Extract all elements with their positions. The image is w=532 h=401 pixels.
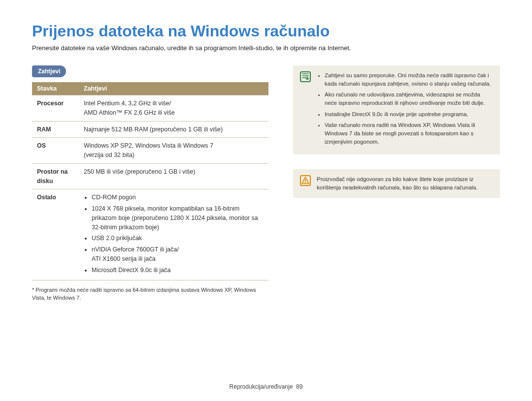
row-value-ram: Najmanje 512 MB RAM (preporučeno 1 GB il…: [79, 121, 268, 138]
intro-text: Prenesite datoteke na vaše Windows račun…: [32, 44, 500, 52]
text: ATI X1600 serija ili jača: [92, 255, 156, 262]
right-column: Zahtjevi su samo preporuke. Oni možda ne…: [293, 65, 500, 302]
text: Intel Pentium 4, 3,2 GHz ili više/: [84, 100, 171, 107]
note-icon: [300, 71, 311, 82]
col-header-item: Stavka: [32, 82, 79, 95]
note-item: Vaše računalo mora raditi na Windows XP,…: [325, 121, 493, 146]
table-row: Procesor Intel Pentium 4, 3,2 GHz ili vi…: [32, 95, 268, 122]
col-header-req: Zahtjevi: [79, 82, 268, 95]
table-row: OS Windows XP SP2, Windows Vista ili Win…: [32, 138, 268, 164]
warning-box: Proizvođač nije odgovoran za bilo kakve …: [293, 169, 500, 197]
row-label-os: OS: [32, 138, 79, 164]
left-column: Zahtjevi Stavka Zahtjevi Procesor Intel …: [32, 65, 268, 302]
table-row: RAM Najmanje 512 MB RAM (preporučeno 1 G…: [32, 121, 268, 138]
row-label-ram: RAM: [32, 121, 79, 138]
note-item: Zahtjevi su samo preporuke. Oni možda ne…: [325, 71, 493, 88]
text: (verzija od 32 bita): [84, 152, 134, 158]
text: nVIDIA Geforce 7600GT ili jača/: [92, 246, 179, 253]
warning-icon: [300, 175, 311, 186]
text: AMD Athlon™ FX 2,6 GHz ili više: [84, 109, 175, 116]
page-title: Prijenos datoteka na Windows računalo: [32, 22, 500, 40]
list-item: CD-ROM pogon: [92, 193, 264, 202]
footer-section: Reprodukcija/uređivanje: [230, 383, 293, 390]
table-row: Ostalo CD-ROM pogon 1024 X 768 piksela, …: [32, 189, 268, 280]
section-heading: Zahtjevi: [32, 65, 66, 77]
footer-page-number: 89: [296, 383, 302, 390]
list-item: 1024 X 768 piksela, monitor kompatibilan…: [92, 204, 264, 232]
list-item: Microsoft DirectX 9.0c ili jača: [92, 266, 264, 275]
footnote-text: * Programi možda neće raditi ispravno sa…: [32, 286, 268, 302]
svg-point-1: [305, 182, 306, 183]
page-footer: Reprodukcija/uređivanje 89: [0, 383, 532, 390]
requirements-table: Stavka Zahtjevi Procesor Intel Pentium 4…: [32, 82, 268, 280]
row-label-ostalo: Ostalo: [32, 189, 79, 280]
row-label-procesor: Procesor: [32, 95, 79, 122]
note-item: Instalirajte DirectX 9.0c ili novije pri…: [325, 110, 493, 119]
row-value-ostalo: CD-ROM pogon 1024 X 768 piksela, monitor…: [79, 189, 268, 280]
row-label-disk: Prostor na disku: [32, 163, 79, 189]
list-item: USB 2.0 priključak: [92, 234, 264, 243]
note-item: Ako računalo ne udovoljava zahtjevima, v…: [325, 91, 493, 107]
row-value-disk: 250 MB ili više (preporučeno 1 GB i više…: [79, 163, 268, 189]
text: Windows XP SP2, Windows Vista ili Window…: [84, 142, 213, 149]
note-box: Zahtjevi su samo preporuke. Oni možda ne…: [293, 65, 500, 154]
content-columns: Zahtjevi Stavka Zahtjevi Procesor Intel …: [32, 65, 500, 302]
row-value-os: Windows XP SP2, Windows Vista ili Window…: [79, 138, 268, 164]
table-row: Prostor na disku 250 MB ili više (prepor…: [32, 163, 268, 189]
list-item: nVIDIA Geforce 7600GT ili jača/ ATI X160…: [92, 245, 264, 264]
row-value-procesor: Intel Pentium 4, 3,2 GHz ili više/ AMD A…: [79, 95, 268, 122]
warning-text: Proizvođač nije odgovoran za bilo kakve …: [317, 175, 493, 191]
